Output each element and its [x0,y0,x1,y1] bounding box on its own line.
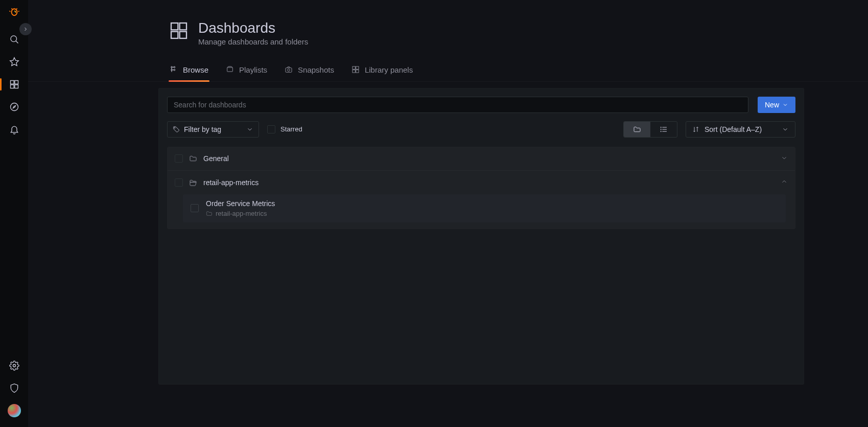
tab-library-panels[interactable]: Library panels [350,60,414,81]
new-button[interactable]: New [758,97,795,113]
dashboards-icon [169,20,189,42]
folder-icon [189,154,197,163]
sort-select[interactable]: Sort (Default A–Z) [686,121,795,138]
svg-rect-4 [14,85,18,88]
view-toggle [623,121,677,138]
expand-sidebar-button[interactable] [19,23,32,35]
svg-point-17 [288,69,290,72]
svg-rect-19 [356,66,359,69]
view-list-button[interactable] [650,122,677,137]
svg-point-13 [174,70,175,71]
folder-name: retail-app-metrics [203,178,259,187]
tabs: Browse Playlists Snapshots Library panel… [28,60,868,82]
svg-rect-10 [180,32,186,38]
nav-server-admin[interactable] [0,377,28,399]
page-title: Dashboards [198,20,308,36]
svg-rect-1 [10,81,14,84]
svg-point-24 [661,129,661,129]
svg-rect-8 [180,23,186,30]
main-content: Dashboards Manage dashboards and folders… [28,0,868,427]
folder-name: General [203,154,229,163]
svg-rect-7 [171,23,178,30]
starred-filter[interactable]: Starred [267,125,302,133]
folder-list: General retail-app-metrics [167,147,795,229]
starred-label: Starred [280,125,302,133]
nav-sidebar [0,0,28,427]
filter-by-tag-select[interactable]: Filter by tag [167,121,259,138]
dashboard-item-order-service-metrics[interactable]: Order Service Metrics retail-app-metrics [183,194,786,222]
tab-label: Playlists [239,65,267,74]
dashboard-title: Order Service Metrics [206,199,275,208]
tab-snapshots[interactable]: Snapshots [284,60,335,81]
list-icon [660,125,668,133]
svg-point-25 [661,131,661,131]
starred-checkbox[interactable] [267,125,275,133]
folder-row-retail-app-metrics[interactable]: retail-app-metrics [168,171,795,194]
tab-playlists[interactable]: Playlists [225,60,268,81]
svg-point-14 [174,66,175,68]
tab-label: Snapshots [298,65,334,74]
svg-point-22 [174,127,175,128]
sort-label: Sort (Default A–Z) [705,125,762,133]
svg-point-0 [10,36,16,42]
filter-by-tag-label: Filter by tag [184,125,221,133]
new-button-label: New [765,101,779,109]
svg-rect-9 [171,32,178,38]
chevron-down-icon [782,126,789,133]
svg-rect-2 [14,81,18,84]
chevron-up-icon [781,178,788,187]
page-header: Dashboards Manage dashboards and folders [28,0,868,46]
nav-dashboards[interactable] [0,73,28,96]
folder-checkbox[interactable] [175,154,183,163]
svg-point-6 [13,365,15,367]
tab-label: Library panels [365,65,413,74]
chevron-down-icon [781,154,788,163]
chevron-down-icon [246,126,253,133]
dashboard-checkbox[interactable] [191,204,199,212]
svg-point-12 [171,70,173,71]
folder-row-general[interactable]: General [168,147,795,171]
svg-rect-18 [353,66,355,69]
svg-rect-15 [227,68,233,72]
svg-point-23 [661,127,661,127]
svg-rect-3 [10,85,14,88]
nav-explore[interactable] [0,96,28,118]
folder-open-icon [189,178,197,187]
svg-rect-21 [356,70,359,73]
tab-browse[interactable]: Browse [169,60,209,81]
nav-starred[interactable] [0,51,28,73]
nav-alerting[interactable] [0,118,28,141]
view-folders-button[interactable] [624,122,650,137]
tag-icon [173,126,180,133]
folder-icon [206,210,213,217]
folder-checkbox[interactable] [175,178,183,187]
tab-label: Browse [183,65,208,74]
sort-icon [692,126,699,133]
svg-point-11 [171,66,173,68]
folder-icon [633,125,641,133]
nav-profile[interactable] [0,399,28,422]
browse-panel: New Filter by tag Starred [158,88,804,385]
page-subtitle: Manage dashboards and folders [198,37,308,46]
svg-rect-16 [286,68,292,73]
search-input[interactable] [167,97,748,113]
svg-point-5 [10,103,18,111]
avatar-icon [8,404,21,417]
dashboard-folder: retail-app-metrics [216,210,267,217]
chevron-down-icon [782,102,788,108]
svg-rect-20 [353,70,355,73]
nav-configuration[interactable] [0,354,28,377]
